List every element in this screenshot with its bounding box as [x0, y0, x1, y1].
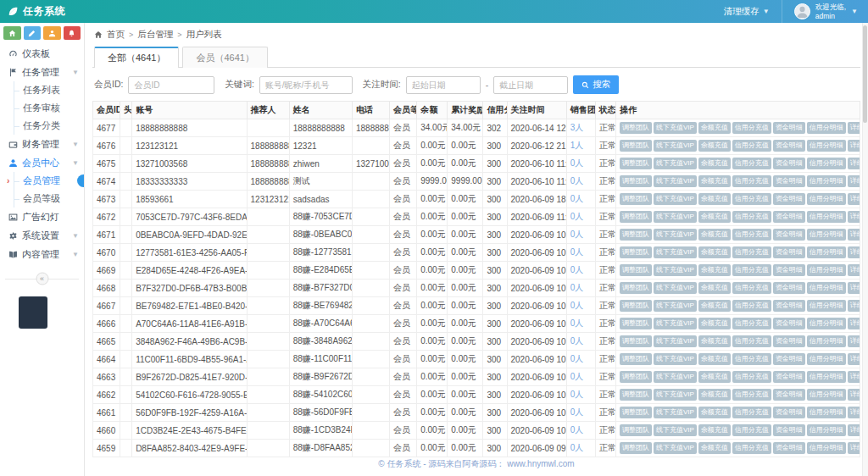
action-offline-recharge-vip-button[interactable]: 线下充值VIP	[654, 122, 697, 134]
action-credit-recharge-button[interactable]: 信用分充值	[732, 140, 771, 152]
action-credit-recharge-button[interactable]: 信用分充值	[732, 318, 771, 329]
action-credit-recharge-button[interactable]: 信用分充值	[732, 282, 771, 294]
team-count-link[interactable]: 1人	[570, 141, 584, 150]
action-adjust-team-button[interactable]: 调整团队	[620, 335, 652, 347]
action-offline-recharge-vip-button[interactable]: 线下充值VIP	[654, 193, 697, 205]
action-funds-detail-button[interactable]: 资金明细	[773, 122, 805, 134]
action-credit-recharge-button[interactable]: 信用分充值	[732, 246, 771, 258]
sidebar-subitem-task-category[interactable]: 任务分类	[0, 117, 84, 135]
action-credit-recharge-button[interactable]: 信用分充值	[732, 442, 771, 454]
sidebar-item-member-center[interactable]: 会员中心▼	[0, 153, 84, 172]
action-credit-recharge-button[interactable]: 信用分充值	[732, 371, 771, 383]
action-credit-detail-button[interactable]: 信用分明细	[807, 175, 846, 187]
action-adjust-team-button[interactable]: 调整团队	[620, 300, 652, 312]
action-offline-recharge-vip-button[interactable]: 线下充值VIP	[654, 442, 697, 454]
action-balance-recharge-button[interactable]: 余额充值	[698, 193, 731, 205]
action-adjust-team-button[interactable]: 调整团队	[620, 282, 652, 294]
action-detail-info-button[interactable]: 详细信息	[848, 424, 860, 436]
action-adjust-team-button[interactable]: 调整团队	[620, 193, 652, 205]
team-count-link[interactable]: 0人	[570, 425, 584, 434]
sidebar-item-dashboard[interactable]: 仪表板	[0, 44, 84, 63]
team-count-link[interactable]: 0人	[570, 230, 584, 239]
action-offline-recharge-vip-button[interactable]: 线下充值VIP	[654, 211, 697, 223]
action-credit-recharge-button[interactable]: 信用分充值	[732, 158, 771, 169]
sidebar-item-finance-management[interactable]: 财务管理▼	[0, 135, 84, 153]
action-credit-detail-button[interactable]: 信用分明细	[807, 282, 846, 294]
action-credit-detail-button[interactable]: 信用分明细	[807, 371, 846, 383]
sidebar-item-ad-slides[interactable]: 广告幻灯	[0, 208, 84, 226]
sidebar-item-content-management[interactable]: 内容管理▼	[0, 245, 84, 263]
action-credit-detail-button[interactable]: 信用分明细	[807, 140, 846, 152]
sidebar-subitem-task-review[interactable]: 任务审核	[0, 99, 84, 117]
team-count-link[interactable]: 0人	[570, 372, 584, 381]
team-count-link[interactable]: 0人	[570, 301, 584, 310]
action-funds-detail-button[interactable]: 资金明细	[773, 140, 805, 152]
action-detail-info-button[interactable]: 详细信息	[848, 211, 860, 223]
action-detail-info-button[interactable]: 详细信息	[848, 389, 860, 401]
action-credit-recharge-button[interactable]: 信用分充值	[732, 353, 771, 365]
action-adjust-team-button[interactable]: 调整团队	[620, 353, 652, 365]
search-button[interactable]: 搜索	[573, 75, 619, 94]
action-offline-recharge-vip-button[interactable]: 线下充值VIP	[654, 175, 697, 187]
sidebar-collapse-button[interactable]: «	[5, 271, 79, 286]
tab-all[interactable]: 全部（4641）	[94, 47, 179, 68]
action-adjust-team-button[interactable]: 调整团队	[620, 318, 652, 329]
brand[interactable]: 任务系统	[0, 4, 85, 19]
action-balance-recharge-button[interactable]: 余额充值	[698, 371, 731, 383]
action-credit-detail-button[interactable]: 信用分明细	[807, 335, 846, 347]
action-credit-detail-button[interactable]: 信用分明细	[807, 193, 846, 205]
action-adjust-team-button[interactable]: 调整团队	[620, 442, 652, 454]
action-credit-recharge-button[interactable]: 信用分充值	[732, 122, 771, 134]
action-adjust-team-button[interactable]: 调整团队	[620, 211, 652, 223]
action-detail-info-button[interactable]: 详细信息	[848, 193, 860, 205]
notice-quick-button[interactable]	[64, 26, 81, 40]
action-balance-recharge-button[interactable]: 余额充值	[698, 353, 731, 365]
action-funds-detail-button[interactable]: 资金明细	[773, 158, 805, 169]
action-credit-recharge-button[interactable]: 信用分充值	[732, 300, 771, 312]
action-detail-info-button[interactable]: 详细信息	[848, 371, 860, 383]
action-detail-info-button[interactable]: 详细信息	[848, 407, 860, 418]
action-funds-detail-button[interactable]: 资金明细	[773, 193, 805, 205]
action-offline-recharge-vip-button[interactable]: 线下充值VIP	[654, 335, 697, 347]
tab-member[interactable]: 会员（4641）	[182, 47, 267, 68]
action-detail-info-button[interactable]: 详细信息	[848, 335, 860, 347]
edit-quick-button[interactable]	[24, 26, 42, 40]
sidebar-subitem-member-management[interactable]: ›会员管理	[0, 172, 84, 190]
action-detail-info-button[interactable]: 详细信息	[848, 122, 860, 134]
action-adjust-team-button[interactable]: 调整团队	[620, 175, 652, 187]
action-credit-recharge-button[interactable]: 信用分充值	[732, 211, 771, 223]
action-credit-recharge-button[interactable]: 信用分充值	[732, 389, 771, 401]
action-balance-recharge-button[interactable]: 余额充值	[698, 122, 731, 134]
action-balance-recharge-button[interactable]: 余额充值	[698, 318, 731, 329]
action-adjust-team-button[interactable]: 调整团队	[620, 246, 652, 258]
sidebar-subitem-task-list[interactable]: 任务列表	[0, 81, 84, 99]
action-balance-recharge-button[interactable]: 余额充值	[698, 282, 731, 294]
team-count-link[interactable]: 0人	[570, 265, 584, 274]
team-count-link[interactable]: 0人	[570, 176, 584, 185]
action-detail-info-button[interactable]: 详细信息	[848, 282, 860, 294]
action-balance-recharge-button[interactable]: 余额充值	[698, 300, 731, 312]
action-credit-recharge-button[interactable]: 信用分充值	[732, 175, 771, 187]
action-credit-recharge-button[interactable]: 信用分充值	[732, 193, 771, 205]
action-offline-recharge-vip-button[interactable]: 线下充值VIP	[654, 424, 697, 436]
team-count-link[interactable]: 0人	[570, 194, 584, 203]
breadcrumb-item[interactable]: 后台管理	[137, 29, 173, 41]
action-detail-info-button[interactable]: 详细信息	[848, 158, 860, 169]
team-count-link[interactable]: 0人	[570, 158, 584, 168]
team-count-link[interactable]: 3人	[570, 123, 584, 132]
action-offline-recharge-vip-button[interactable]: 线下充值VIP	[654, 140, 697, 152]
action-offline-recharge-vip-button[interactable]: 线下充值VIP	[654, 353, 697, 365]
start-date-input[interactable]	[406, 76, 481, 94]
action-credit-recharge-button[interactable]: 信用分充值	[732, 229, 771, 241]
team-count-link[interactable]: 0人	[570, 318, 584, 328]
action-adjust-team-button[interactable]: 调整团队	[620, 122, 652, 134]
footer-link[interactable]: www.hnymwl.com	[507, 459, 574, 468]
action-credit-detail-button[interactable]: 信用分明细	[807, 353, 846, 365]
action-funds-detail-button[interactable]: 资金明细	[773, 424, 805, 436]
user-menu[interactable]: 欢迎光临, admin ▼	[782, 0, 868, 23]
action-offline-recharge-vip-button[interactable]: 线下充值VIP	[654, 318, 697, 329]
action-offline-recharge-vip-button[interactable]: 线下充值VIP	[654, 246, 697, 258]
action-credit-detail-button[interactable]: 信用分明细	[807, 158, 846, 169]
team-count-link[interactable]: 0人	[570, 354, 584, 363]
action-adjust-team-button[interactable]: 调整团队	[620, 407, 652, 418]
